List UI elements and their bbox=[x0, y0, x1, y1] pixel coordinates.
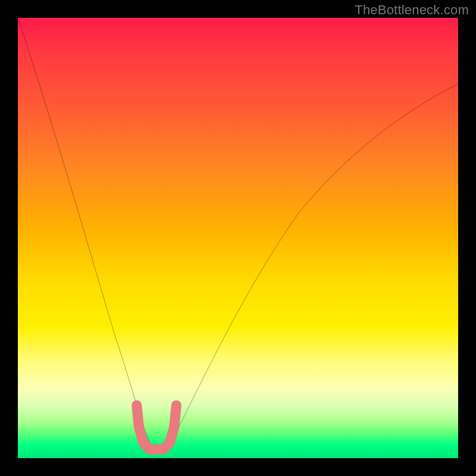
watermark-text: TheBottleneck.com bbox=[355, 2, 469, 18]
chart-frame: TheBottleneck.com bbox=[0, 0, 476, 476]
bottleneck-curve bbox=[18, 18, 458, 450]
optimal-marker bbox=[137, 405, 177, 449]
chart-svg bbox=[18, 18, 458, 458]
